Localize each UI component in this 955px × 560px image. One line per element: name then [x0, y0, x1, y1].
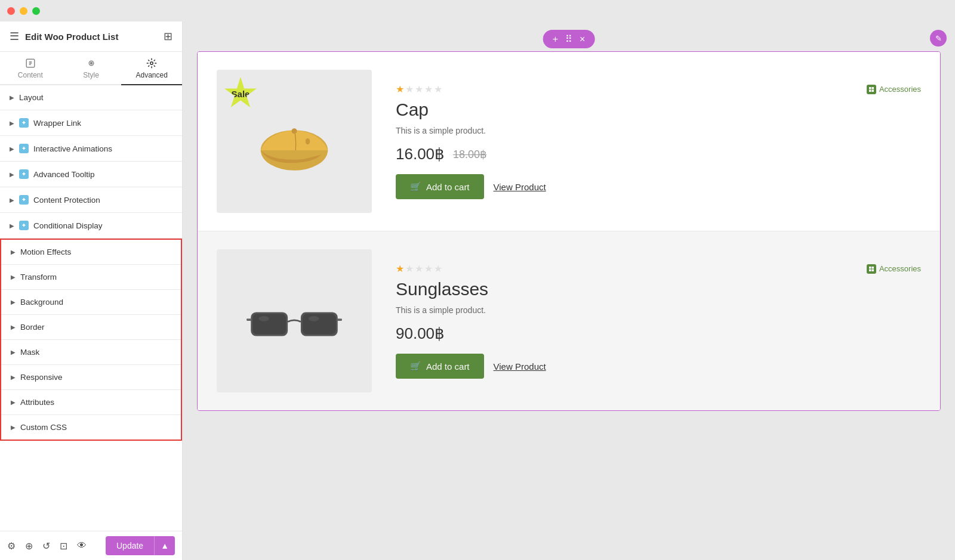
svg-rect-11 [871, 87, 874, 89]
interactive-animations-label: Interactive Animations [33, 144, 112, 153]
update-button[interactable]: Update ▲ [106, 536, 175, 555]
tab-advanced[interactable]: Advanced [121, 52, 182, 85]
grid-icon[interactable]: ⊞ [164, 30, 172, 43]
settings-icon[interactable]: ⚙ [7, 540, 16, 552]
accordion-header-transform[interactable]: ▶ Transform [1, 265, 181, 289]
chevron-icon: ▶ [11, 324, 16, 330]
preview-icon[interactable]: ⊡ [60, 540, 67, 552]
eye-icon[interactable]: 👁 [77, 540, 87, 552]
category-icon [867, 264, 876, 274]
chevron-icon: ▶ [11, 249, 16, 255]
product-info-sunglasses: ★ ★ ★ ★ ★ Accessories [396, 263, 921, 379]
sidebar-tabs: Content Style Advanced [0, 52, 182, 85]
chevron-icon: ▶ [10, 197, 14, 203]
svg-point-8 [292, 128, 297, 134]
tab-style[interactable]: Style [61, 52, 122, 85]
accordion-header-wrapper-link[interactable]: ▶ ✦ Wrapper Link [0, 110, 182, 135]
accordion-header-advanced-tooltip[interactable]: ▶ ✦ Advanced Tooltip [0, 162, 182, 187]
chevron-icon: ▶ [11, 424, 16, 431]
accordion-header-layout[interactable]: ▶ Layout [0, 85, 182, 110]
accordion-header-conditional-display[interactable]: ▶ ✦ Conditional Display [0, 213, 182, 238]
app-layout: ☰ Edit Woo Product List ⊞ Content Style [0, 21, 955, 560]
stars-sunglasses: ★ ★ ★ ★ ★ [396, 263, 442, 274]
cart-icon: 🛒 [410, 361, 421, 372]
interactive-animations-badge: ✦ [19, 144, 29, 153]
star-4: ★ [424, 263, 433, 274]
tab-style-label: Style [83, 71, 99, 79]
cat-svg [868, 266, 874, 272]
accordion-header-border[interactable]: ▶ Border [1, 315, 181, 339]
chevron-icon: ▶ [10, 94, 14, 101]
advanced-tooltip-badge: ✦ [19, 169, 29, 179]
svg-point-21 [309, 316, 319, 321]
accordion-header-content-protection[interactable]: ▶ ✦ Content Protection [0, 187, 182, 212]
chevron-icon: ▶ [11, 274, 16, 280]
style-icon [86, 58, 97, 69]
accordion-item-attributes: ▶ Attributes [1, 390, 181, 415]
product-meta-sunglasses: ★ ★ ★ ★ ★ Accessories [396, 263, 921, 274]
accordion-item-mask: ▶ Mask [1, 340, 181, 365]
toolbar-add-button[interactable]: + [549, 33, 562, 46]
maximize-button[interactable] [32, 7, 40, 15]
accordion-item-custom-css: ▶ Custom CSS [1, 415, 181, 440]
cap-image [249, 106, 339, 177]
update-label: Update [106, 536, 154, 555]
svg-rect-19 [337, 318, 342, 321]
svg-rect-22 [869, 267, 871, 269]
add-to-cart-button-cap[interactable]: 🛒 Add to cart [396, 174, 484, 199]
star-2: ★ [405, 83, 414, 95]
accordion-item-advanced-tooltip: ▶ ✦ Advanced Tooltip [0, 162, 182, 187]
svg-rect-16 [252, 314, 286, 334]
chevron-icon: ▶ [10, 120, 14, 126]
edit-pencil-icon[interactable]: ✎ [930, 30, 947, 47]
minimize-button[interactable] [20, 7, 27, 15]
accordion-item-transform: ▶ Transform [1, 265, 181, 290]
product-actions-sunglasses: 🛒 Add to cart View Product [396, 354, 921, 379]
element-toolbar: + ⠿ × [543, 30, 595, 48]
sidebar-bottom: ⚙ ⊕ ↺ ⊡ 👁 Update ▲ [0, 531, 182, 560]
transform-label: Transform [20, 273, 57, 281]
conditional-display-badge: ✦ [19, 221, 29, 230]
menu-icon[interactable]: ☰ [10, 30, 19, 43]
custom-css-label: Custom CSS [20, 423, 67, 432]
cart-icon: 🛒 [410, 181, 421, 192]
accordion-item-interactive-animations: ▶ ✦ Interactive Animations [0, 136, 182, 162]
accordion-item-motion-effects: ▶ Motion Effects [1, 240, 181, 265]
accordion-header-responsive[interactable]: ▶ Responsive [1, 365, 181, 389]
tab-content-label: Content [18, 71, 43, 79]
history-icon[interactable]: ↺ [42, 540, 50, 552]
tab-content[interactable]: Content [0, 52, 61, 85]
view-product-link-sunglasses[interactable]: View Product [494, 361, 546, 372]
accordion-item-conditional-display: ▶ ✦ Conditional Display [0, 213, 182, 239]
svg-rect-12 [869, 89, 871, 92]
add-to-cart-button-sunglasses[interactable]: 🛒 Add to cart [396, 354, 484, 379]
advanced-tooltip-label: Advanced Tooltip [33, 170, 95, 179]
wrapper-link-label: Wrapper Link [33, 119, 81, 128]
accordion-header-background[interactable]: ▶ Background [1, 290, 181, 314]
accordion-header-mask[interactable]: ▶ Mask [1, 340, 181, 364]
toolbar-move-button[interactable]: ⠿ [562, 32, 576, 46]
bottom-icons: ⚙ ⊕ ↺ ⊡ 👁 [7, 540, 87, 552]
toolbar-close-button[interactable]: × [576, 33, 589, 46]
product-actions-cap: 🛒 Add to cart View Product [396, 174, 921, 199]
svg-rect-18 [247, 318, 252, 321]
category-label-cap: Accessories [879, 85, 921, 94]
accordion-header-motion-effects[interactable]: ▶ Motion Effects [1, 240, 181, 264]
layout-label: Layout [19, 93, 44, 102]
product-desc-sunglasses: This is a simple product. [396, 305, 921, 315]
svg-point-6 [150, 62, 153, 65]
category-icon [867, 85, 876, 94]
update-arrow-icon[interactable]: ▲ [154, 536, 175, 555]
accordion-header-custom-css[interactable]: ▶ Custom CSS [1, 415, 181, 440]
accordion-item-content-protection: ▶ ✦ Content Protection [0, 187, 182, 213]
star-1: ★ [396, 83, 404, 95]
product-name-cap: Cap [396, 100, 921, 120]
accordion-header-attributes[interactable]: ▶ Attributes [1, 390, 181, 414]
view-product-link-cap[interactable]: View Product [494, 182, 546, 192]
layers-icon[interactable]: ⊕ [25, 540, 33, 552]
price-current-sunglasses: 90.00฿ [396, 324, 445, 343]
accordion-header-interactive-animations[interactable]: ▶ ✦ Interactive Animations [0, 136, 182, 161]
advanced-icon [146, 58, 157, 69]
accordion-item-wrapper-link: ▶ ✦ Wrapper Link [0, 110, 182, 136]
close-button[interactable] [7, 7, 15, 15]
